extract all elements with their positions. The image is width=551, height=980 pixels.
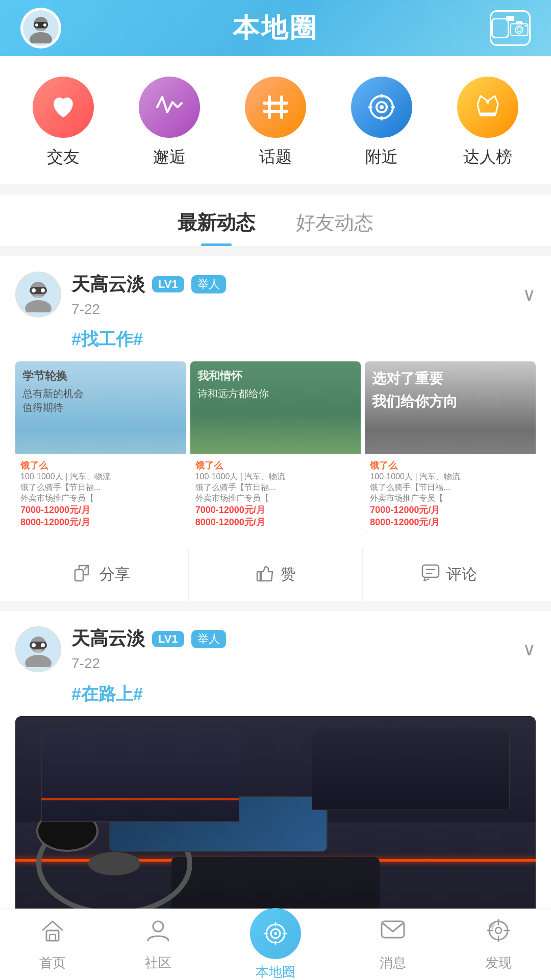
nav-home-label: 首页 [39,954,66,972]
nav-community[interactable]: 社区 [145,917,171,972]
user-avatar[interactable] [20,8,61,48]
post-header-2: 天高云淡 LV1 举人 7-22 ∨ [15,626,536,672]
collapse-button-2[interactable]: ∨ [522,639,536,660]
post-meta-2: 天高云淡 LV1 举人 7-22 [71,626,226,672]
community-icon [145,917,171,950]
post-level-badge-1: LV1 [152,276,184,292]
post-image-1-3[interactable]: 选对了重要 我们给你方向 饿了么 100-1000人 | 汽车、物流 饿了么骑手… [365,361,536,532]
content-tabs: 最新动态 好友动态 [0,194,551,246]
svg-rect-49 [49,935,56,941]
card-desc-1: 100-1000人 | 汽车、物流 [20,472,181,482]
nav-community-label: 社区 [145,954,171,972]
post-author-name-1: 天高云淡 [71,272,145,297]
svg-rect-41 [35,650,42,653]
svg-point-27 [32,288,36,292]
post-date-2: 7-22 [71,655,226,672]
card-logo-1: 饿了么 [20,459,181,472]
svg-point-9 [517,28,521,32]
discover-icon [485,917,512,950]
post-topic-1[interactable]: #找工作# [71,328,536,351]
tab-friends[interactable]: 好友动态 [296,210,373,246]
svg-point-17 [380,105,384,109]
svg-point-50 [153,921,163,932]
nav-discover[interactable]: 发现 [485,917,512,972]
avatar-icon [23,10,59,46]
post-images-1: 学节轮换 总有新的机会 值得期待 饿了么 100-1000人 | 汽车、物流 饿… [15,361,536,532]
jiaoyou-label: 交友 [47,146,80,168]
like-label-1: 赞 [281,564,296,585]
svg-point-60 [495,927,502,934]
post-author-info-2: 天高云淡 LV1 举人 7-22 [15,626,226,672]
nav-messages[interactable]: 消息 [380,917,406,972]
nav-local[interactable]: 本地圈 [250,908,301,980]
svg-rect-7 [516,21,522,24]
svg-rect-22 [480,113,496,116]
huati-label: 话题 [259,146,292,168]
post-image-1-1[interactable]: 学节轮换 总有新的机会 值得期待 饿了么 100-1000人 | 汽车、物流 饿… [15,361,186,532]
like-button-1[interactable]: 赞 [189,548,362,601]
svg-point-40 [41,643,45,647]
like-icon-1 [255,562,274,586]
post-card-1: 天高云淡 LV1 举人 7-22 ∨ #找工作# 学节轮换 总有新的机会 值得期… [0,256,551,601]
card-salary-1: 7000-12000元/月 [20,504,181,516]
post-meta-1: 天高云淡 LV1 举人 7-22 [71,272,226,317]
daren-icon [457,77,518,138]
post-avatar-2[interactable] [15,626,61,672]
svg-rect-32 [257,572,261,581]
svg-rect-33 [422,565,439,577]
svg-point-39 [32,643,36,647]
daren-label: 达人榜 [463,146,512,168]
svg-point-4 [43,23,46,27]
svg-point-25 [25,300,52,312]
post-juren-badge-2: 举人 [191,630,226,648]
comment-icon-1 [421,562,440,586]
category-jiaoyou[interactable]: 交友 [33,77,94,168]
huati-icon [245,77,306,138]
nav-local-label: 本地圈 [256,963,295,980]
share-label-1: 分享 [99,564,130,585]
svg-rect-29 [35,296,42,298]
category-fujin[interactable]: 附近 [351,77,412,168]
app-header: 本地圈 [0,0,551,56]
fujin-icon [351,77,412,138]
post-avatar-1[interactable] [15,272,61,317]
nav-discover-label: 发现 [485,954,512,972]
nav-local-circle [250,908,301,959]
category-huati[interactable]: 话题 [245,77,306,168]
svg-point-53 [274,932,277,935]
post-juren-badge-1: 举人 [191,275,226,293]
post-header-1: 天高云淡 LV1 举人 7-22 ∨ [15,272,536,317]
page-title: 本地圈 [233,10,318,46]
svg-point-37 [25,655,52,667]
svg-point-3 [35,23,38,27]
category-daren[interactable]: 达人榜 [457,77,518,168]
svg-rect-48 [46,930,59,941]
share-button-1[interactable]: 分享 [15,548,189,601]
comment-label-1: 评论 [446,564,477,585]
svg-rect-10 [524,25,527,27]
comment-button-1[interactable]: 评论 [363,548,536,601]
yonji-icon [139,77,200,138]
tab-latest[interactable]: 最新动态 [178,210,255,246]
nav-messages-label: 消息 [380,954,406,972]
svg-point-23 [486,101,489,104]
svg-point-1 [30,32,52,43]
category-list: 交友 邂逅 话题 [0,56,551,184]
messages-icon [380,917,406,950]
camera-button[interactable] [490,10,531,46]
home-icon [39,917,66,950]
yonji-label: 邂逅 [153,146,186,168]
post-topic-2[interactable]: #在路上# [71,682,536,706]
nav-home[interactable]: 首页 [39,917,66,972]
svg-point-8 [515,26,522,33]
svg-point-28 [41,288,45,292]
post-name-row-2: 天高云淡 LV1 举人 [71,626,226,651]
bottom-navigation: 首页 社区 本地圈 [0,909,551,980]
post-author-info-1: 天高云淡 LV1 举人 7-22 [15,272,226,317]
post-author-name-2: 天高云淡 [71,626,145,651]
svg-rect-58 [382,921,404,938]
post-image-1-2[interactable]: 我和情怀 诗和远方都给你 饿了么 100-1000人 | 汽车、物流 饿了么骑手… [190,361,361,532]
collapse-button-1[interactable]: ∨ [522,284,536,305]
category-yonji[interactable]: 邂逅 [139,77,200,168]
post-name-row-1: 天高云淡 LV1 举人 [71,272,226,297]
